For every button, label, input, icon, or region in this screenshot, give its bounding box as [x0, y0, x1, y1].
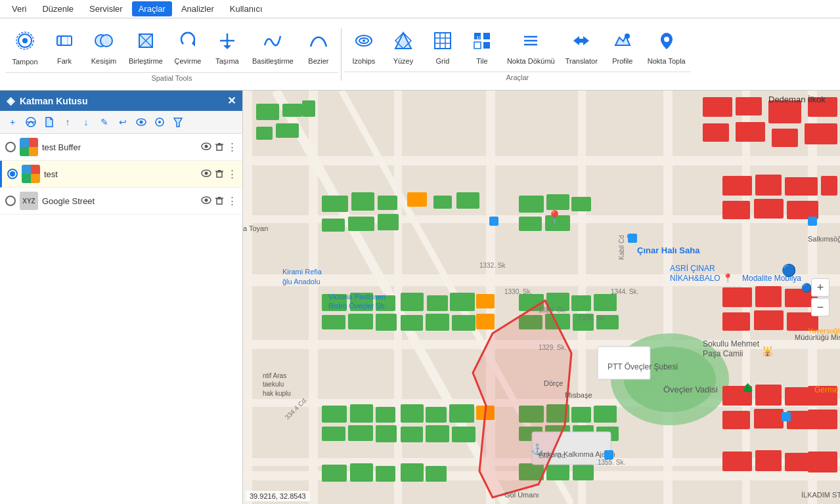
layer-visibility-test[interactable] [201, 168, 211, 180]
cevirme-button[interactable]: Çevirme [168, 27, 208, 69]
svg-rect-158 [452, 427, 475, 442]
basitlestirme-label: Basitleştirme [252, 57, 294, 65]
nokta-dokumu-button[interactable]: Nokta Dökümü [502, 27, 560, 69]
zoom-in-button[interactable]: + [811, 278, 829, 297]
menu-veri[interactable]: Veri [5, 1, 33, 16]
layer-filter-button[interactable] [169, 114, 187, 131]
svg-rect-4 [61, 36, 72, 45]
layer-toolbar: + ↑ ↓ ✎ ↩ [0, 111, 242, 134]
fark-button[interactable]: Fark [45, 27, 84, 69]
basitlestirme-icon [263, 31, 282, 54]
svg-rect-169 [755, 450, 782, 471]
layer-panel-close[interactable]: ✕ [227, 94, 236, 107]
profile-button[interactable]: Profile [603, 27, 642, 69]
layer-radio-test-buffer[interactable] [5, 142, 16, 152]
svg-rect-117 [401, 293, 424, 311]
translator-button[interactable]: Translator [560, 27, 603, 69]
izohips-label: Izohips [352, 57, 375, 65]
layer-visibility-google-street[interactable] [201, 195, 211, 207]
layer-actions-test: ⋮ [201, 168, 237, 180]
layer-add-file-button[interactable] [41, 114, 58, 131]
nokta-topla-button[interactable]: Nokta Topla [642, 27, 691, 69]
svg-rect-168 [722, 452, 752, 471]
svg-text:Yaversoğlu: Yaversoğlu [808, 327, 840, 335]
basitlestirme-button[interactable]: Basitleştirme [247, 27, 299, 69]
svg-rect-81 [736, 97, 762, 116]
svg-point-6 [100, 35, 112, 47]
zoom-out-button[interactable]: − [811, 298, 829, 316]
layer-move-up-button[interactable]: ↑ [59, 114, 76, 131]
svg-point-1 [22, 38, 28, 43]
kesisim-label: Kesişim [91, 57, 117, 65]
layer-delete-test[interactable] [214, 168, 225, 180]
yuzey-icon [393, 31, 413, 54]
birlestirme-button[interactable]: Birleştirme [123, 27, 168, 69]
layer-more-google-street[interactable]: ⋮ [227, 195, 237, 207]
bezier-label: Bezier [308, 57, 328, 65]
svg-rect-179 [573, 465, 594, 480]
layer-item-test-buffer[interactable]: test Buffer ⋮ [0, 134, 242, 161]
grid-button[interactable]: Grid [423, 27, 462, 69]
menu-servisler[interactable]: Servisler [83, 1, 129, 16]
svg-rect-115 [348, 314, 373, 329]
menu-bar: Veri Düzenle Servisler Araçlar Analizler… [0, 0, 840, 18]
layer-add-online-button[interactable] [22, 114, 39, 131]
svg-text:Paşa Camii: Paşa Camii [703, 349, 743, 358]
layer-item-google-street[interactable]: XYZ Google Street ⋮ [0, 188, 242, 215]
layer-undo-button[interactable]: ↩ [114, 114, 131, 131]
svg-text:1332. Sk: 1332. Sk [479, 262, 506, 269]
layer-move-down-button[interactable]: ↓ [77, 114, 95, 131]
svg-rect-54 [217, 199, 222, 204]
svg-rect-149 [376, 407, 395, 423]
svg-rect-49 [217, 172, 222, 177]
layer-style-button[interactable] [151, 114, 168, 131]
layer-item-test[interactable]: test ⋮ [0, 161, 242, 188]
bezier-button[interactable]: Bezier [299, 27, 338, 69]
svg-rect-154 [426, 407, 447, 423]
svg-marker-11 [223, 45, 231, 49]
svg-rect-124 [476, 314, 495, 329]
svg-rect-151 [348, 425, 373, 441]
layer-radio-google-street[interactable] [5, 196, 16, 206]
izohips-button[interactable]: Izohips [344, 27, 384, 69]
svg-rect-163 [594, 406, 617, 423]
layer-name-google-street: Google Street [42, 196, 197, 206]
layer-visibility-button[interactable] [133, 114, 150, 131]
tasima-icon [217, 31, 237, 54]
layer-more-test-buffer[interactable]: ⋮ [227, 141, 237, 153]
menu-kullanici[interactable]: Kullanıcı [223, 1, 269, 16]
menu-araclar[interactable]: Araçlar [132, 1, 172, 16]
layer-name-test-buffer: test Buffer [42, 142, 197, 152]
layer-radio-test[interactable] [7, 169, 18, 179]
svg-rect-123 [476, 294, 495, 308]
svg-text:taekulu: taekulu [263, 381, 284, 388]
kesisim-button[interactable]: Kesişim [84, 27, 123, 69]
layer-delete-test-buffer[interactable] [214, 141, 225, 154]
tile-button[interactable]: 1 12 Tile [462, 27, 502, 69]
svg-text:🌲: 🌲 [742, 383, 754, 394]
fark-icon [55, 31, 74, 54]
svg-rect-72 [243, 91, 252, 504]
svg-rect-95 [433, 196, 452, 209]
svg-point-40 [158, 121, 161, 123]
svg-text:1330. Sk.: 1330. Sk. [504, 288, 532, 295]
svg-text:Öveçler Vadisi: Öveçler Vadisi [663, 385, 718, 394]
menu-analizler[interactable]: Analizler [175, 1, 221, 16]
tasima-button[interactable]: Taşıma [208, 27, 247, 69]
svg-rect-25 [474, 42, 481, 49]
menu-duzenle[interactable]: Düzenle [35, 1, 80, 16]
tampon-button[interactable]: Tampon [5, 27, 45, 70]
layer-delete-google-street[interactable] [214, 195, 225, 207]
svg-text:hak kuplu: hak kuplu [263, 390, 291, 397]
yuzey-button[interactable]: Yüzey [384, 27, 423, 69]
layer-visibility-test-buffer[interactable] [201, 141, 211, 154]
svg-text:Sokullu Mehmet: Sokullu Mehmet [703, 339, 760, 348]
layer-edit-button[interactable]: ✎ [96, 114, 113, 131]
layer-more-test[interactable]: ⋮ [227, 168, 237, 180]
map-area[interactable]: Dedeman İlkok Veznedar Sk. Çınar Halı Sa… [243, 91, 840, 504]
svg-text:ASRİ ÇINAR: ASRİ ÇINAR [670, 264, 715, 273]
layer-add-button[interactable]: + [4, 114, 21, 131]
nokta-dokumu-icon [521, 31, 541, 54]
izohips-icon [354, 31, 374, 54]
svg-rect-26 [483, 42, 490, 49]
